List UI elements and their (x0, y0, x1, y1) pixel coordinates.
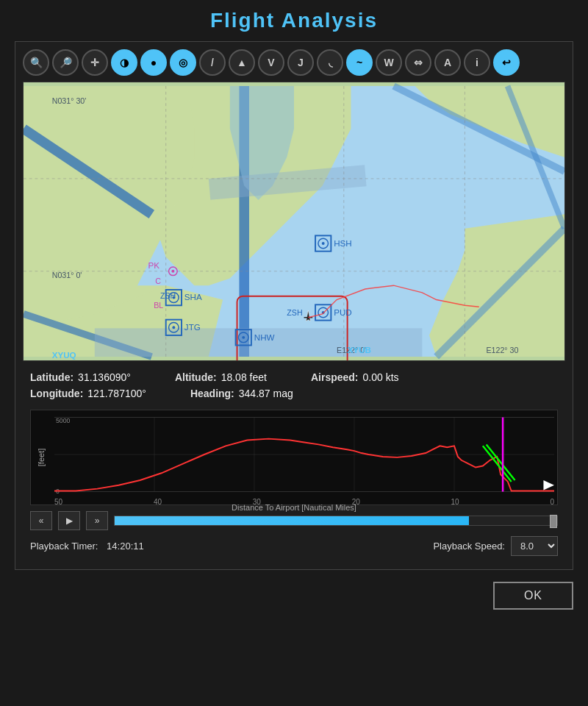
svg-text:SHA: SHA (184, 292, 202, 302)
svg-rect-61 (54, 418, 554, 493)
airspeed-value: 0.00 kts (363, 371, 399, 383)
footer-section: OK (0, 570, 588, 617)
progress-handle[interactable] (550, 515, 557, 528)
title-text: Flight Analysis (210, 9, 378, 32)
svg-text:N031° 30': N031° 30' (52, 96, 87, 105)
toolbar-btn-alpha[interactable]: A (434, 49, 461, 76)
longitude-value: 121.787100° (87, 388, 146, 399)
altitude-value: 18.08 feet (221, 371, 267, 383)
latitude-item: Latitude: 31.136090° (30, 371, 131, 383)
latitude-label: Latitude: (30, 371, 74, 383)
speed-dropdown[interactable]: 0.5 1.0 2.0 4.0 8.0 16.0 (511, 536, 558, 556)
svg-text:N031° 0': N031° 0' (52, 271, 82, 279)
svg-text:NHW: NHW (254, 332, 275, 342)
map-display[interactable]: HSH PUD SHA JTG NHW SHY (23, 82, 565, 361)
app-title: Flight Analysis (0, 0, 588, 41)
speed-section: Playback Speed: 0.5 1.0 2.0 4.0 8.0 16.0 (433, 536, 558, 556)
x-tick-40: 40 (154, 498, 162, 506)
info-row-1: Latitude: 31.136090° Altitude: 18.08 fee… (30, 371, 558, 383)
progress-bar[interactable] (114, 516, 558, 526)
chart-y-axis-label: [feet] (37, 449, 46, 466)
toolbar-btn-j-shape[interactable]: J (287, 49, 314, 76)
toolbar-btn-v-shape[interactable]: V (258, 49, 284, 76)
toolbar-btn-zoom-out[interactable]: 🔎 (52, 49, 79, 76)
svg-text:XYUB: XYUB (348, 345, 371, 354)
toolbar-btn-search-zoom[interactable]: 🔍 (23, 49, 49, 76)
x-tick-30: 30 (253, 498, 261, 506)
play-button[interactable]: ▶ (58, 511, 80, 530)
toolbar-btn-info[interactable]: i (464, 49, 490, 76)
svg-text:HSH: HSH (334, 238, 352, 248)
svg-text:BL: BL (154, 301, 163, 310)
svg-point-53 (171, 270, 174, 273)
altitude-item: Altitude: 18.08 feet (175, 371, 267, 383)
svg-text:XYUQ: XYUQ (52, 350, 76, 360)
latitude-value: 31.136090° (78, 371, 131, 383)
toolbar-btn-triangle[interactable]: ▲ (229, 49, 255, 76)
svg-text:ZSH: ZSH (287, 308, 302, 317)
x-tick-0: 0 (550, 498, 554, 506)
toolbar-btn-compass[interactable]: / (199, 49, 226, 76)
x-tick-50: 50 (54, 498, 62, 506)
timer-value: 14:20:11 (107, 541, 144, 552)
svg-text:PK: PK (148, 260, 159, 270)
longitude-item: Longitude: 121.787100° (30, 388, 146, 399)
toolbar-btn-arc[interactable]: ◟ (317, 49, 343, 76)
svg-text:E122° 30: E122° 30 (486, 346, 518, 354)
toolbar-btn-crosshair[interactable]: ✛ (82, 49, 108, 76)
svg-point-24 (322, 242, 325, 245)
fast-forward-button[interactable]: » (86, 511, 108, 530)
chart-area: 5000 0 50 40 30 20 10 0 (54, 416, 554, 502)
speed-label: Playback Speed: (433, 541, 505, 552)
airspeed-item: Airspeed: 0.00 kts (311, 371, 399, 383)
svg-text:JTG: JTG (184, 322, 201, 332)
heading-label: Heading: (190, 388, 234, 399)
rewind-button[interactable]: « (30, 511, 52, 530)
svg-text:ZSH: ZSH (160, 291, 176, 300)
toolbar-btn-circle[interactable]: ● (140, 49, 167, 76)
toolbar-btn-layers[interactable]: ◑ (111, 49, 137, 76)
longitude-label: Longitude: (30, 388, 83, 399)
toolbar-btn-w-shape[interactable]: W (376, 49, 402, 76)
playback-info: Playback Timer: 14:20:11 Playback Speed:… (23, 536, 565, 562)
toolbar-btn-target[interactable]: ◎ (170, 49, 196, 76)
main-panel: 🔍🔎✛◑●◎/▲VJ◟~W⇔Ai↩ (15, 41, 573, 570)
svg-text:PUD: PUD (334, 307, 352, 317)
progress-bar-fill (115, 516, 469, 525)
x-tick-20: 20 (352, 498, 360, 506)
toolbar-btn-turn[interactable]: ↩ (493, 49, 520, 76)
info-row-2: Longitude: 121.787100° Heading: 344.87 m… (30, 388, 558, 399)
svg-point-40 (242, 336, 245, 339)
toolbar-btn-link[interactable]: ⇔ (405, 49, 431, 76)
heading-item: Heading: 344.87 mag (190, 388, 293, 399)
airspeed-label: Airspeed: (311, 371, 359, 383)
ok-button[interactable]: OK (493, 582, 573, 610)
toolbar-btn-wave[interactable]: ~ (346, 49, 373, 76)
svg-text:C: C (155, 277, 161, 285)
timer-label: Playback Timer: (30, 541, 98, 552)
svg-text:5000: 5000 (56, 417, 71, 424)
svg-point-36 (172, 326, 175, 329)
flight-info: Latitude: 31.136090° Altitude: 18.08 fee… (23, 361, 565, 410)
toolbar: 🔍🔎✛◑●◎/▲VJ◟~W⇔Ai↩ (23, 49, 565, 76)
altitude-label: Altitude: (175, 371, 217, 383)
altitude-chart: [feet] 5000 0 (30, 410, 558, 505)
timer-section: Playback Timer: 14:20:11 (30, 541, 144, 552)
x-tick-10: 10 (451, 498, 459, 506)
heading-value: 344.87 mag (239, 388, 293, 399)
